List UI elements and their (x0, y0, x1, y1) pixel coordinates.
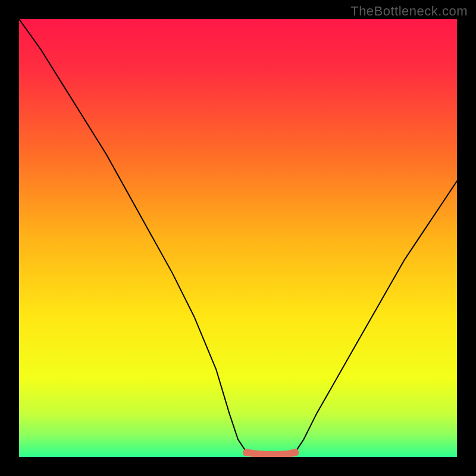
watermark-text: TheBottleneck.com (350, 4, 468, 19)
highlight-cap (243, 449, 250, 456)
chart-frame: TheBottleneck.com (0, 0, 476, 476)
chart-svg (19, 19, 457, 457)
gradient-background (19, 19, 457, 457)
plot-area (19, 19, 457, 457)
highlight-cap (291, 449, 299, 456)
highlight-band (247, 453, 295, 455)
